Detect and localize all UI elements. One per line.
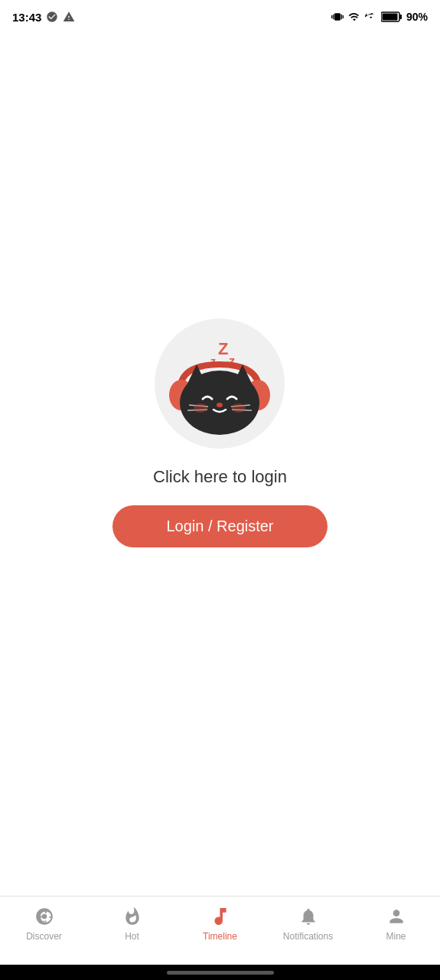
mine-label: Mine — [386, 931, 406, 942]
warning-icon — [63, 11, 75, 23]
notifications-label: Notifications — [283, 931, 333, 942]
nav-item-discover[interactable]: Discover — [14, 906, 75, 942]
home-indicator — [0, 965, 440, 980]
svg-rect-2 — [399, 15, 402, 19]
svg-point-21 — [41, 914, 47, 920]
main-content: Z z z — [0, 31, 440, 896]
svg-point-19 — [194, 403, 207, 413]
login-prompt-text: Click here to login — [153, 467, 287, 487]
nav-item-notifications[interactable]: Notifications — [278, 906, 339, 942]
discover-icon — [34, 906, 55, 927]
svg-point-20 — [232, 403, 246, 413]
timeline-label: Timeline — [203, 931, 237, 942]
time-display: 13:43 — [12, 11, 41, 24]
mine-icon — [386, 906, 407, 927]
nav-item-timeline[interactable]: Timeline — [190, 906, 251, 942]
home-indicator-bar — [167, 971, 274, 975]
sleeping-cat-illustration: Z z z — [155, 318, 285, 449]
discover-label: Discover — [26, 931, 62, 942]
wifi-icon — [347, 11, 361, 23]
cat-svg: Z z z — [158, 322, 281, 445]
login-register-button[interactable]: Login / Register — [112, 505, 327, 547]
signal-icon — [365, 11, 377, 23]
bottom-navigation: Discover Hot Timeline Notifications — [0, 896, 440, 965]
vibrate-icon — [331, 11, 344, 23]
svg-rect-1 — [382, 14, 397, 21]
notifications-icon — [298, 906, 319, 927]
nav-item-hot[interactable]: Hot — [102, 906, 163, 942]
timeline-icon — [210, 906, 231, 927]
svg-text:Z: Z — [218, 339, 228, 358]
status-bar: 13:43 90% — [0, 0, 440, 31]
hot-icon — [122, 906, 143, 927]
status-right-icons: 90% — [331, 11, 428, 23]
login-container: Z z z — [112, 318, 327, 547]
battery-icon — [381, 11, 403, 23]
svg-point-14 — [217, 403, 223, 407]
check-circle-icon — [46, 11, 58, 23]
status-time-area: 13:43 — [12, 11, 75, 24]
nav-item-mine[interactable]: Mine — [366, 906, 427, 942]
hot-label: Hot — [125, 931, 139, 942]
battery-percent: 90% — [406, 11, 428, 23]
